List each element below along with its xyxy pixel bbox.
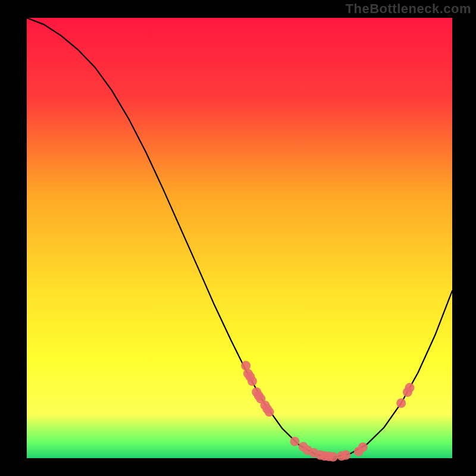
data-marker <box>396 399 406 408</box>
data-marker <box>290 437 299 446</box>
bottleneck-chart <box>0 0 476 476</box>
data-marker <box>265 407 274 416</box>
watermark-text: TheBottleneck.com <box>346 1 471 17</box>
chart-frame: TheBottleneck.com <box>0 0 476 476</box>
data-marker <box>328 452 338 462</box>
data-marker <box>248 377 257 386</box>
data-marker <box>405 383 415 393</box>
data-marker <box>341 450 350 460</box>
plot-background <box>27 18 452 458</box>
data-marker <box>358 443 368 452</box>
